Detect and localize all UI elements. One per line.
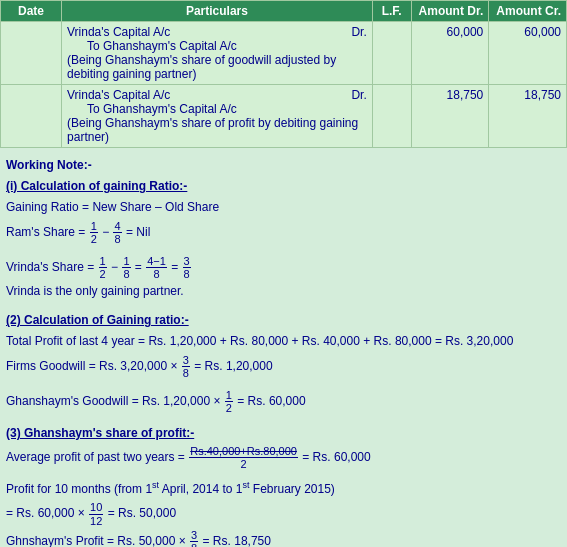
particulars-note: (Being Ghanshaym's share of profit by de… [67, 116, 367, 144]
fraction-half: 1 2 [90, 220, 98, 245]
amt-cr-cell: 18,750 [489, 85, 567, 148]
credit-account: To Ghanshaym's Capital A/c [67, 39, 367, 53]
fraction-3-8-gw: 3 8 [182, 354, 190, 379]
avg-profit-line: Average profit of past two years = Rs.40… [6, 445, 561, 470]
profit-calc-line: = Rs. 60,000 × 10 12 = Rs. 50,000 [6, 501, 561, 526]
ghanshaym-goodwill-line: Ghanshaym's Goodwill = Rs. 1,20,000 × 1 … [6, 389, 561, 414]
amt-dr-cell: 60,000 [411, 22, 489, 85]
header-lf: L.F. [372, 1, 411, 22]
fraction-3-8: 3 8 [183, 255, 191, 280]
vrindas-share: Vrinda's Share = 1 2 − 1 8 = 4−1 8 = 3 8 [6, 255, 561, 280]
table-row: Vrinda's Capital A/c Dr. To Ghanshaym's … [1, 22, 567, 85]
working-notes-section: Working Note:- (i) Calculation of gainin… [0, 148, 567, 547]
lf-cell [372, 85, 411, 148]
header-particulars: Particulars [62, 1, 373, 22]
vrindas-share-label: Vrinda's Share = [6, 260, 94, 274]
fraction-1-2-gg: 1 2 [225, 389, 233, 414]
profit-10months-line: Profit for 10 months (from 1st April, 20… [6, 478, 561, 499]
table-row: Vrinda's Capital A/c Dr. To Ghanshaym's … [1, 85, 567, 148]
section2-title: (2) Calculation of Gaining ratio:- [6, 311, 561, 330]
amt-cr-cell: 60,000 [489, 22, 567, 85]
account-name: Vrinda's Capital A/c [67, 88, 170, 102]
journal-table-section: Date Particulars L.F. Amount Dr. Amount … [0, 0, 567, 148]
fraction-1-2: 1 2 [99, 255, 107, 280]
lf-cell [372, 22, 411, 85]
fraction-10-12: 10 12 [89, 501, 103, 526]
journal-table: Date Particulars L.F. Amount Dr. Amount … [0, 0, 567, 148]
particulars-note: (Being Ghanshaym's share of goodwill adj… [67, 53, 367, 81]
header-date: Date [1, 1, 62, 22]
fraction-3-8-gp: 3 8 [190, 529, 198, 547]
particulars-cell: Vrinda's Capital A/c Dr. To Ghanshaym's … [62, 22, 373, 85]
amt-dr-cell: 18,750 [411, 85, 489, 148]
fraction-avg: Rs.40,000+Rs.80,000 2 [189, 445, 298, 470]
dr-label: Dr. [351, 88, 366, 102]
fraction-4-8: 4 8 [113, 220, 121, 245]
section1-title: (i) Calculation of gaining Ratio:- [6, 177, 561, 196]
date-cell [1, 22, 62, 85]
account-name: Vrinda's Capital A/c [67, 25, 170, 39]
particulars-cell: Vrinda's Capital A/c Dr. To Ghanshaym's … [62, 85, 373, 148]
header-amt-cr: Amount Cr. [489, 1, 567, 22]
rams-share-label: Ram's Share = [6, 224, 85, 238]
dr-label: Dr. [351, 25, 366, 39]
date-cell [1, 85, 62, 148]
ghnshaym-profit-line: Ghnshaym's Profit = Rs. 50,000 × 3 8 = R… [6, 529, 561, 547]
firms-goodwill-line: Firms Goodwill = Rs. 3,20,000 × 3 8 = Rs… [6, 354, 561, 379]
rams-share: Ram's Share = 1 2 − 4 8 = Nil [6, 220, 561, 245]
working-notes-title: Working Note:- [6, 156, 561, 175]
header-amt-dr: Amount Dr. [411, 1, 489, 22]
fraction-1-8: 1 8 [122, 255, 130, 280]
rams-share-result: = Nil [126, 224, 150, 238]
credit-account: To Ghanshaym's Capital A/c [67, 102, 367, 116]
total-profit-line: Total Profit of last 4 year = Rs. 1,20,0… [6, 332, 561, 351]
section3-title: (3) Ghanshaym's share of profit:- [6, 424, 561, 443]
fraction-4minus1-8: 4−1 8 [146, 255, 167, 280]
gaining-ratio-def: Gaining Ratio = New Share – Old Share [6, 198, 561, 217]
vrinda-note: Vrinda is the only gaining partner. [6, 282, 561, 301]
